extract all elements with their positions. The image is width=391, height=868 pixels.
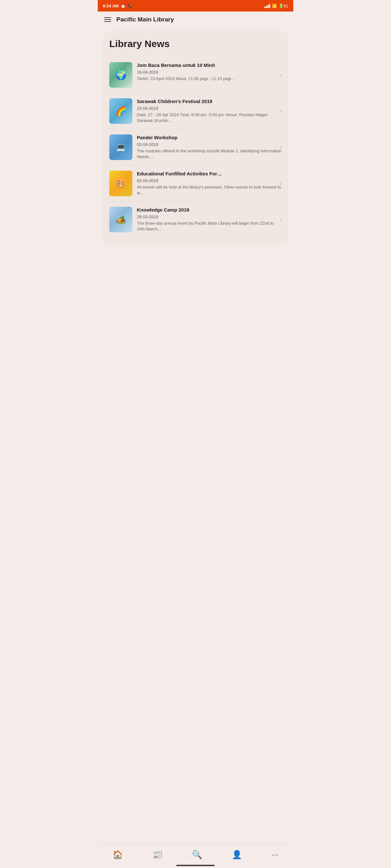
alarm-icon: ⏰: [120, 3, 125, 8]
news-item-4[interactable]: Educational Funfilled Activities For… 02…: [109, 165, 282, 202]
signal-bar-5: [269, 4, 270, 8]
news-thumbnail-2: [109, 98, 132, 124]
phone-icon: 📞: [128, 3, 133, 8]
page-title: Pacific Main Library: [116, 16, 174, 23]
news-date-5: 29-03-2019: [137, 214, 282, 219]
main-content: Library News Jom Baca Bersama untuk 10 M…: [98, 28, 293, 279]
news-title-4: Educational Funfilled Activities For…: [137, 170, 282, 177]
section-title: Library News: [109, 38, 282, 49]
status-bar: 6:24 AM ⏰ 📞 📶 🔋81: [98, 0, 293, 11]
chevron-right-icon-5: ›: [280, 217, 282, 222]
chevron-right-icon-3: ›: [280, 144, 282, 150]
chevron-right-icon-2: ›: [280, 108, 282, 114]
news-item-1[interactable]: Jom Baca Bersama untuk 10 Minit 16-04-20…: [109, 57, 282, 93]
signal-bar-1: [264, 7, 265, 8]
news-title-3: Pandei Workshop: [137, 134, 282, 141]
signal-bar-3: [267, 5, 268, 8]
news-content-2: Sarawak Children's Festival 2019 15-04-2…: [137, 98, 282, 124]
chevron-right-icon-4: ›: [280, 181, 282, 186]
menu-button[interactable]: [103, 16, 112, 23]
battery-icon: 🔋81: [279, 3, 288, 8]
news-thumbnail-5: [109, 207, 132, 232]
signal-bar-2: [266, 6, 266, 8]
signal-bars: [264, 3, 270, 8]
status-time: 6:24 AM: [103, 3, 119, 8]
news-item-2[interactable]: Sarawak Children's Festival 2019 15-04-2…: [109, 93, 282, 129]
news-excerpt-3: The modules offered in the workshop incl…: [137, 148, 282, 160]
news-content-5: Knowledge Camp 2019 29-03-2019 The three…: [137, 207, 282, 232]
news-excerpt-4: All events will be held at the library's…: [137, 184, 282, 196]
news-excerpt-2: Date: 27 - 28 Apr 2019 Time: 8:00 am -5:…: [137, 112, 282, 124]
news-content-4: Educational Funfilled Activities For… 02…: [137, 170, 282, 196]
news-date-2: 15-04-2019: [137, 106, 282, 111]
news-thumbnail-3: [109, 134, 132, 160]
news-item-5[interactable]: Knowledge Camp 2019 29-03-2019 The three…: [109, 202, 282, 238]
news-title-5: Knowledge Camp 2019: [137, 207, 282, 213]
news-date-4: 02-04-2019: [137, 178, 282, 183]
wifi-icon: 📶: [272, 3, 277, 8]
status-left: 6:24 AM ⏰ 📞: [103, 3, 133, 8]
chevron-right-icon-1: ›: [280, 72, 282, 78]
news-content-1: Jom Baca Bersama untuk 10 Minit 16-04-20…: [137, 62, 282, 82]
signal-bar-4: [268, 5, 269, 8]
news-title-2: Sarawak Children's Festival 2019: [137, 98, 282, 105]
header: Pacific Main Library: [98, 11, 293, 28]
news-content-3: Pandei Workshop 02-04-2019 The modules o…: [137, 134, 282, 160]
news-excerpt-5: The three-day annual event by Pacific Ma…: [137, 220, 282, 232]
news-thumbnail-4: [109, 170, 132, 196]
news-date-3: 02-04-2019: [137, 142, 282, 147]
news-excerpt-1: Tarikh: 23 April 2019 Masa: 11.00 pagi -…: [137, 76, 282, 82]
news-list: Jom Baca Bersama untuk 10 Minit 16-04-20…: [109, 57, 282, 238]
news-thumbnail-1: [109, 62, 132, 88]
news-title-1: Jom Baca Bersama untuk 10 Minit: [137, 62, 282, 68]
bottom-spacer: [103, 245, 288, 274]
news-item-3[interactable]: Pandei Workshop 02-04-2019 The modules o…: [109, 129, 282, 165]
news-date-1: 16-04-2019: [137, 70, 282, 74]
status-right: 📶 🔋81: [264, 3, 288, 8]
news-card: Library News Jom Baca Bersama untuk 10 M…: [103, 31, 288, 245]
